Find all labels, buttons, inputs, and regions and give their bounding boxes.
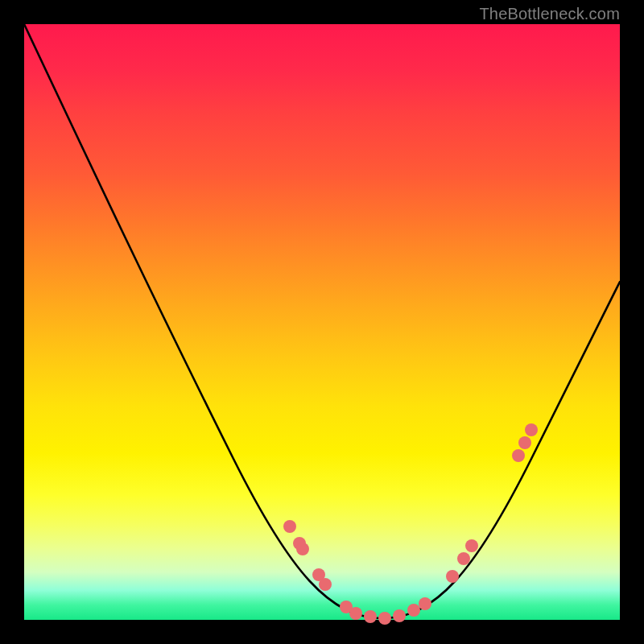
data-point	[419, 597, 431, 610]
plot-area	[24, 24, 620, 620]
chart-frame: TheBottleneck.com	[0, 0, 644, 644]
data-point	[296, 543, 309, 555]
watermark-text: TheBottleneck.com	[479, 5, 620, 23]
curve-layer	[24, 24, 620, 620]
data-point	[465, 539, 478, 552]
data-point	[518, 436, 531, 449]
data-point	[378, 612, 391, 625]
data-point	[512, 449, 525, 462]
data-point	[364, 610, 377, 623]
data-point	[525, 423, 538, 436]
bottleneck-curve	[24, 24, 620, 618]
data-point	[349, 607, 362, 620]
data-point	[283, 520, 296, 533]
data-point	[457, 552, 470, 565]
data-point	[319, 578, 332, 591]
data-point	[393, 609, 406, 622]
data-point	[446, 570, 459, 583]
